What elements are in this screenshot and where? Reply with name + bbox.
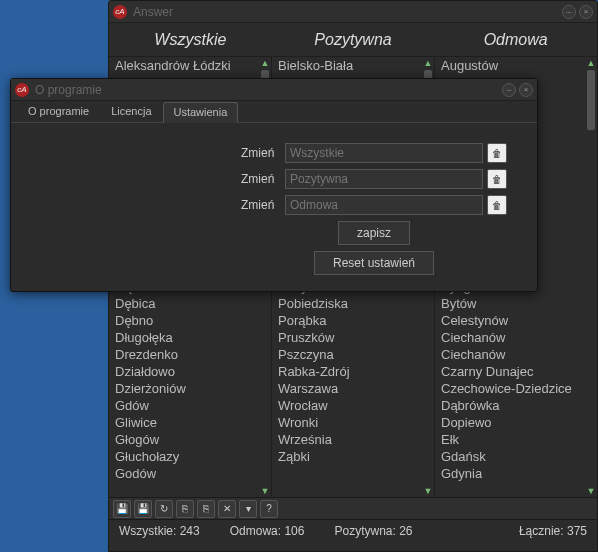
- list-item[interactable]: Długołęka: [115, 329, 271, 346]
- change-label: Zmień: [241, 172, 285, 186]
- status-lacznie: Łącznie: 375: [519, 524, 587, 538]
- list-item[interactable]: Głogów: [115, 431, 271, 448]
- list-item[interactable]: Bytów: [441, 295, 597, 312]
- column2-name-input[interactable]: [285, 169, 483, 189]
- list-item[interactable]: Dębica: [115, 295, 271, 312]
- list-item[interactable]: Czarny Dunajec: [441, 363, 597, 380]
- list-item[interactable]: Aleksandrów Łódzki: [115, 57, 271, 74]
- setting-row-2: Zmień 🗑: [241, 169, 507, 189]
- reset-button[interactable]: Reset ustawień: [314, 251, 434, 275]
- list-item[interactable]: Celestynów: [441, 312, 597, 329]
- list-item[interactable]: Pobiedziska: [278, 295, 434, 312]
- trash-icon[interactable]: 🗑: [487, 143, 507, 163]
- list-item[interactable]: Bielsko-Biała: [278, 57, 434, 74]
- header-odmowa[interactable]: Odmowa: [434, 31, 597, 49]
- delete-icon[interactable]: ✕: [218, 500, 236, 518]
- list-item[interactable]: Dopiewo: [441, 414, 597, 431]
- list-item[interactable]: Głuchołazy: [115, 448, 271, 465]
- list-item[interactable]: Pruszków: [278, 329, 434, 346]
- list-item[interactable]: Ząbki: [278, 448, 434, 465]
- list-item[interactable]: Porąbka: [278, 312, 434, 329]
- help-icon[interactable]: ?: [260, 500, 278, 518]
- save-all-icon[interactable]: 💾: [134, 500, 152, 518]
- list-item[interactable]: Działdowo: [115, 363, 271, 380]
- list-item[interactable]: Gliwice: [115, 414, 271, 431]
- status-pozytywna: Pozytywna: 26: [334, 524, 412, 538]
- list-item[interactable]: Dzierżoniów: [115, 380, 271, 397]
- close-icon[interactable]: ×: [519, 83, 533, 97]
- list-item[interactable]: Gdów: [115, 397, 271, 414]
- list-item[interactable]: Godów: [115, 465, 271, 482]
- header-pozytywna[interactable]: Pozytywna: [272, 31, 435, 49]
- list-item[interactable]: Wrocław: [278, 397, 434, 414]
- header-wszystkie[interactable]: Wszystkie: [109, 31, 272, 49]
- tab-licencja[interactable]: Licencja: [100, 101, 162, 122]
- setting-row-1: Zmień 🗑: [241, 143, 507, 163]
- column1-name-input[interactable]: [285, 143, 483, 163]
- save-icon[interactable]: 💾: [113, 500, 131, 518]
- save-button[interactable]: zapisz: [338, 221, 410, 245]
- about-window: cA O programie – × O programie Licencja …: [10, 78, 538, 292]
- settings-form: Zmień 🗑 Zmień 🗑 Zmień 🗑 zapisz Reset ust…: [11, 123, 537, 285]
- tab-oprogramie[interactable]: O programie: [17, 101, 100, 122]
- list-item[interactable]: Gdynia: [441, 465, 597, 482]
- refresh-icon[interactable]: ↻: [155, 500, 173, 518]
- setting-row-3: Zmień 🗑: [241, 195, 507, 215]
- about-tabs: O programie Licencja Ustawienia: [11, 101, 537, 123]
- list-item[interactable]: Drezdenko: [115, 346, 271, 363]
- tab-ustawienia[interactable]: Ustawienia: [163, 102, 239, 123]
- toolbar: 💾 💾 ↻ ⎘ ⎘ ✕ ▾ ?: [109, 497, 597, 519]
- copy-icon[interactable]: ⎘: [176, 500, 194, 518]
- scroll-down-icon[interactable]: ▼: [423, 485, 433, 497]
- app-icon: cA: [113, 5, 127, 19]
- list-item[interactable]: Ciechanów: [441, 329, 597, 346]
- scroll-up-icon[interactable]: ▲: [260, 57, 270, 69]
- scroll-thumb[interactable]: [587, 70, 595, 130]
- list-item[interactable]: Augustów: [441, 57, 597, 74]
- scroll-up-icon[interactable]: ▲: [423, 57, 433, 69]
- paste-icon[interactable]: ⎘: [197, 500, 215, 518]
- scroll-down-icon[interactable]: ▼: [586, 485, 596, 497]
- column3-name-input[interactable]: [285, 195, 483, 215]
- list-item[interactable]: Pszczyna: [278, 346, 434, 363]
- change-label: Zmień: [241, 198, 285, 212]
- trash-icon[interactable]: 🗑: [487, 169, 507, 189]
- scrollbar[interactable]: ▲ ▼: [585, 57, 597, 497]
- list-item[interactable]: Dębno: [115, 312, 271, 329]
- list-item[interactable]: Dąbrówka: [441, 397, 597, 414]
- trash-icon[interactable]: 🗑: [487, 195, 507, 215]
- list-item[interactable]: Warszawa: [278, 380, 434, 397]
- minimize-icon[interactable]: –: [562, 5, 576, 19]
- scroll-up-icon[interactable]: ▲: [586, 57, 596, 69]
- more-icon[interactable]: ▾: [239, 500, 257, 518]
- column-headers: Wszystkie Pozytywna Odmowa: [109, 23, 597, 57]
- list-item[interactable]: Wronki: [278, 414, 434, 431]
- change-label: Zmień: [241, 146, 285, 160]
- status-wszystkie: Wszystkie: 243: [119, 524, 200, 538]
- list-item[interactable]: Czechowice-Dziedzice: [441, 380, 597, 397]
- list-item[interactable]: Gdańsk: [441, 448, 597, 465]
- list-item[interactable]: Rabka-Zdrój: [278, 363, 434, 380]
- close-icon[interactable]: ×: [579, 5, 593, 19]
- about-title: O programie: [35, 83, 499, 97]
- list-item[interactable]: Września: [278, 431, 434, 448]
- minimize-icon[interactable]: –: [502, 83, 516, 97]
- status-bar: Wszystkie: 243 Odmowa: 106 Pozytywna: 26…: [109, 519, 597, 541]
- status-odmowa: Odmowa: 106: [230, 524, 305, 538]
- list-item[interactable]: Ełk: [441, 431, 597, 448]
- answer-title: Answer: [133, 5, 559, 19]
- app-icon: cA: [15, 83, 29, 97]
- scroll-down-icon[interactable]: ▼: [260, 485, 270, 497]
- list-item[interactable]: Ciechanów: [441, 346, 597, 363]
- answer-titlebar[interactable]: cA Answer – ×: [109, 1, 597, 23]
- about-titlebar[interactable]: cA O programie – ×: [11, 79, 537, 101]
